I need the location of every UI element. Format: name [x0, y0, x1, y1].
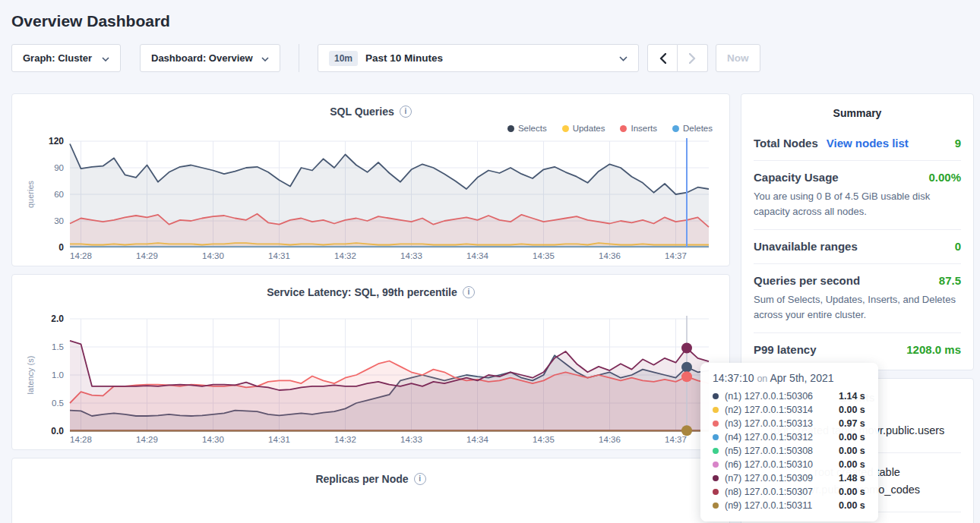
summary-panel: Summary Total Nodes View nodes list 9 Ca… [741, 93, 974, 370]
series-dot [713, 462, 719, 468]
svg-text:14:35: 14:35 [533, 251, 555, 260]
svg-text:14:32: 14:32 [334, 251, 356, 260]
node-address: (n8) 127.0.0.1:50307 [725, 487, 833, 497]
svg-text:14:35: 14:35 [533, 435, 555, 444]
svg-text:60: 60 [54, 190, 64, 199]
chevron-down-icon [619, 52, 628, 64]
time-forward-button[interactable] [678, 44, 708, 72]
series-dot [713, 434, 719, 440]
info-icon[interactable]: i [414, 473, 426, 485]
svg-text:14:37: 14:37 [665, 251, 687, 260]
latency-value: 0.00 s [839, 446, 865, 456]
time-range-select[interactable]: 10m Past 10 Minutes [318, 44, 639, 72]
legend-label: Updates [573, 124, 605, 133]
info-icon[interactable]: i [400, 106, 412, 118]
tooltip-on-text: on [757, 373, 767, 384]
controls-divider [299, 44, 299, 72]
summary-value: 0 [955, 240, 961, 253]
service-latency-chart-card: Service Latency: SQL, 99th percentile i … [11, 274, 730, 450]
svg-text:14:30: 14:30 [202, 251, 224, 260]
svg-text:30: 30 [54, 216, 64, 225]
legend-dot [620, 125, 627, 132]
dashboard-dropdown[interactable]: Dashboard: Overview [140, 44, 280, 72]
series-dot [713, 448, 719, 454]
latency-value: 0.00 s [839, 487, 865, 497]
svg-text:2.0: 2.0 [51, 313, 64, 324]
svg-text:14:28: 14:28 [70, 435, 92, 444]
tooltip-row-n4: (n4) 127.0.0.1:50312 0.00 s [713, 430, 868, 444]
svg-text:90: 90 [54, 163, 64, 172]
summary-row-queries-per-second: Queries per second 87.5 Sum of Selects, … [754, 263, 961, 332]
legend-item-updates[interactable]: Updates [562, 124, 605, 133]
summary-row-total-nodes: Total Nodes View nodes list 9 [754, 127, 961, 160]
summary-label: Capacity Usage [754, 171, 839, 184]
graph-dropdown[interactable]: Graph: Cluster [11, 44, 121, 72]
svg-text:14:31: 14:31 [268, 435, 290, 444]
legend-item-inserts[interactable]: Inserts [620, 124, 657, 133]
svg-text:queries: queries [26, 180, 35, 208]
svg-text:14:37: 14:37 [665, 435, 687, 444]
svg-text:120: 120 [49, 136, 64, 147]
summary-description: You are using 0 B of 4.5 GiB usable disk… [754, 189, 961, 219]
latency-hover-tooltip: 14:37:10 on Apr 5th, 2021 (n1) 127.0.0.1… [700, 363, 878, 521]
summary-heading: Summary [754, 94, 961, 127]
chart-title-replicas-per-node: Replicas per Node [315, 473, 408, 485]
legend-label: Selects [518, 124, 547, 133]
legend-dot [672, 125, 679, 132]
chevron-down-icon [102, 52, 109, 64]
tooltip-row-n8: (n8) 127.0.0.1:50307 0.00 s [713, 485, 868, 499]
time-step-buttons [647, 44, 708, 72]
latency-value: 0.00 s [839, 432, 865, 443]
tooltip-date: Apr 5th, 2021 [770, 372, 833, 384]
tooltip-row-n5: (n5) 127.0.0.1:50308 0.00 s [713, 444, 868, 458]
summary-label: Total Nodes [754, 137, 818, 150]
service-latency-plot[interactable]: 0.00.51.01.52.014:2814:2914:3014:3114:32… [23, 313, 718, 446]
svg-text:1.5: 1.5 [52, 342, 64, 351]
tooltip-row-n1: (n1) 127.0.0.1:50306 1.14 s [713, 389, 868, 403]
svg-text:14:30: 14:30 [202, 435, 224, 444]
latency-value: 1.14 s [839, 391, 865, 402]
svg-text:14:32: 14:32 [334, 435, 356, 444]
svg-text:14:29: 14:29 [136, 251, 158, 260]
svg-text:0.0: 0.0 [51, 426, 64, 436]
node-address: (n6) 127.0.0.1:50310 [725, 459, 833, 470]
summary-label: Queries per second [754, 274, 860, 287]
tooltip-row-n2: (n2) 127.0.0.1:50314 0.00 s [713, 403, 868, 417]
tooltip-timestamp: 14:37:10 on Apr 5th, 2021 [713, 372, 868, 384]
node-address: (n5) 127.0.0.1:50308 [725, 446, 833, 456]
summary-description: Sum of Selects, Updates, Inserts, and De… [754, 292, 961, 322]
svg-text:0.5: 0.5 [52, 399, 64, 408]
sql-queries-chart-card: SQL Queries i Selects Updates Inserts [11, 93, 730, 266]
svg-text:14:33: 14:33 [400, 251, 422, 260]
view-nodes-list-link[interactable]: View nodes list [827, 137, 909, 150]
legend-item-deletes[interactable]: Deletes [672, 124, 713, 133]
svg-text:14:36: 14:36 [599, 435, 621, 444]
tooltip-row-n9: (n9) 127.0.0.1:50311 0.00 s [713, 499, 868, 512]
latency-value: 0.97 s [839, 418, 865, 429]
node-address: (n9) 127.0.0.1:50311 [725, 500, 833, 511]
replicas-per-node-chart-card: Replicas per Node i [11, 458, 730, 523]
series-dot [713, 503, 719, 509]
node-address: (n7) 127.0.0.1:50309 [725, 473, 833, 484]
summary-value: 0.00% [928, 171, 961, 184]
svg-text:1.0: 1.0 [52, 370, 64, 380]
svg-text:14:31: 14:31 [268, 251, 290, 260]
tooltip-row-n7: (n7) 127.0.0.1:50309 1.48 s [713, 471, 868, 485]
now-button[interactable]: Now [716, 44, 760, 72]
dashboard-dropdown-label: Dashboard: Overview [151, 52, 253, 64]
info-icon[interactable]: i [463, 286, 475, 298]
legend-item-selects[interactable]: Selects [507, 124, 547, 133]
latency-value: 0.00 s [839, 459, 865, 470]
summary-label: Unavailable ranges [754, 240, 858, 253]
summary-value: 87.5 [939, 274, 961, 287]
node-address: (n3) 127.0.0.1:50313 [725, 418, 833, 429]
svg-text:14:28: 14:28 [70, 251, 92, 260]
series-dot [713, 393, 719, 399]
tooltip-row-n6: (n6) 127.0.0.1:50310 0.00 s [713, 458, 868, 471]
sql-queries-plot[interactable]: 030609012014:2814:2914:3014:3114:3214:33… [23, 135, 718, 263]
node-address: (n4) 127.0.0.1:50312 [725, 432, 833, 443]
time-back-button[interactable] [647, 44, 678, 72]
dashboard-controls: Graph: Cluster Dashboard: Overview 10m P… [11, 44, 974, 72]
charts-column: SQL Queries i Selects Updates Inserts [11, 93, 730, 523]
latency-value: 0.00 s [839, 405, 865, 415]
